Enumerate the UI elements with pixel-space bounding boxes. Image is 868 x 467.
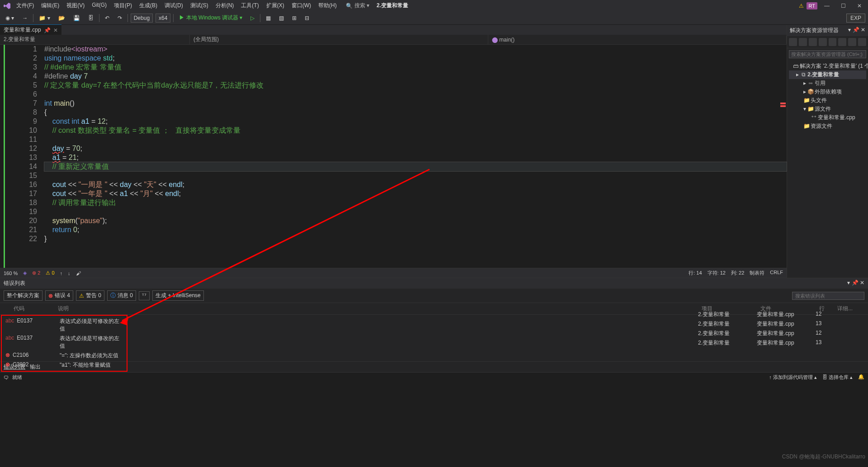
warnings-filter[interactable]: ⚠警告 0	[76, 290, 104, 301]
error-count[interactable]: ⊗ 2	[32, 270, 40, 276]
hdr-node[interactable]: 📁头文件	[789, 96, 866, 105]
menu-item[interactable]: 工具(T)	[237, 0, 262, 11]
file-tabs: 变量和常量.cpp 📌 ✕	[0, 25, 787, 35]
menu-item[interactable]: 分析(N)	[212, 0, 238, 11]
tool-2[interactable]: ▧	[276, 14, 287, 22]
tb-3[interactable]	[809, 38, 817, 46]
tab-label: 变量和常量.cpp	[4, 26, 41, 34]
user-badge[interactable]: RT	[807, 2, 817, 9]
src-node[interactable]: ▾ 📁源文件	[789, 105, 866, 113]
open-button[interactable]: 📂	[56, 14, 68, 22]
explorer-search[interactable]	[789, 50, 866, 58]
menu-item[interactable]: Git(G)	[88, 0, 110, 11]
tool-4[interactable]: ⊟	[302, 14, 312, 22]
ext-node[interactable]: ▸ 📦外部依赖项	[789, 88, 866, 96]
errors-filter[interactable]: ⊗错误 4	[45, 290, 73, 301]
error-row[interactable]: abc E0137表达式必须是可修改的左值	[2, 317, 127, 334]
src-control[interactable]: ↑ 添加到源代码管理 ▴	[769, 374, 817, 381]
messages-filter[interactable]: ⓘ消息 0	[107, 290, 136, 301]
source-combo[interactable]: 生成 + IntelliSense	[152, 290, 204, 301]
brush-icon[interactable]: 🖌	[76, 271, 81, 276]
file-tab[interactable]: 变量和常量.cpp 📌 ✕	[0, 24, 61, 35]
zoom-level[interactable]: 160 %	[4, 271, 18, 276]
panel-title: 解决方案资源管理器	[790, 27, 839, 34]
clear-filter[interactable]: ᵀ⁷	[139, 291, 150, 300]
refs-node[interactable]: ▸ ▫▫引用	[789, 79, 866, 88]
config-combo[interactable]: Debug	[131, 14, 153, 23]
project-node[interactable]: ▸ ⧉2.变量和常量	[789, 70, 866, 79]
error-row[interactable]: abc E0137表达式必须是可修改的左值	[2, 334, 127, 351]
error-row[interactable]: ⊗ C2106"=": 左操作数必须为左值	[2, 351, 127, 360]
scope-combo[interactable]: 整个解决方案	[4, 290, 42, 301]
cursor-col: 列: 22	[731, 270, 744, 276]
error-row[interactable]: ⊗ C3892"a1": 不能给常量赋值	[2, 360, 127, 370]
menu-item[interactable]: 视图(V)	[63, 0, 88, 11]
warning-icon[interactable]: ⚠	[799, 3, 804, 9]
new-button[interactable]: 📁 ▾	[36, 14, 52, 22]
close-button[interactable]: ✕	[853, 3, 866, 9]
nav-func[interactable]: ⬤ main()	[488, 36, 787, 44]
tb-4[interactable]	[819, 38, 827, 46]
status-ready: 就绪	[12, 374, 22, 381]
nav-project[interactable]: 2.变量和常量	[0, 35, 190, 44]
exp-badge[interactable]: EXP	[846, 14, 865, 23]
menu-item[interactable]: 项目(P)	[110, 0, 136, 11]
start-nodebug-button[interactable]: ▷	[248, 14, 257, 22]
tool-1[interactable]: ▦	[263, 14, 274, 22]
tb-8[interactable]	[858, 38, 866, 46]
solution-tree: 🗃解决方案 '2.变量和常量' (1 个项目 ▸ ⧉2.变量和常量 ▸ ▫▫引用…	[787, 60, 868, 132]
window-title: 2.变量和常量	[377, 2, 408, 9]
solution-explorer: 解决方案资源管理器▾ 📌 ✕ 🗃解决方案 '2.变量和常量' (1 个项目 ▸ …	[787, 25, 868, 278]
explorer-toolbar	[787, 36, 868, 48]
indent-mode[interactable]: 制表符	[750, 270, 764, 276]
search-box[interactable]: 🔍 搜索 ▾	[346, 2, 369, 9]
errlist-search[interactable]	[792, 292, 864, 300]
redo-button[interactable]: ↷	[115, 14, 125, 22]
tb-7[interactable]	[848, 38, 856, 46]
close-tab-icon[interactable]: ✕	[53, 27, 58, 33]
search-placeholder: 搜索 ▾	[354, 2, 369, 9]
save-all-button[interactable]: 🗄	[85, 14, 96, 22]
res-node[interactable]: 📁资源文件	[789, 122, 866, 131]
menu-item[interactable]: 窗口(W)	[288, 0, 315, 11]
tb-5[interactable]	[829, 38, 837, 46]
panel-controls[interactable]: ▾ 📌 ✕	[847, 280, 864, 287]
tool-3[interactable]: ⊞	[289, 14, 299, 22]
pin-icon[interactable]: 📌	[44, 27, 51, 33]
notif-icon[interactable]: 🔔	[858, 374, 864, 381]
status-icon: 🗨	[4, 375, 9, 380]
menu-item[interactable]: 扩展(X)	[263, 0, 288, 11]
minimize-button[interactable]: —	[820, 3, 834, 9]
menu-item[interactable]: 生成(B)	[136, 0, 161, 11]
tb-6[interactable]	[838, 38, 846, 46]
menu-item[interactable]: 编辑(E)	[38, 0, 63, 11]
nav-back-button[interactable]: ◉ ▾	[3, 14, 17, 22]
tb-1[interactable]	[789, 38, 797, 46]
save-button[interactable]: 💾	[71, 14, 83, 22]
nav-scope[interactable]: (全局范围)	[190, 35, 488, 44]
menu-item[interactable]: 调试(D)	[161, 0, 187, 11]
nav-fwd-button[interactable]: →	[19, 14, 30, 22]
undo-button[interactable]: ↶	[102, 14, 112, 22]
platform-combo[interactable]: x64	[156, 14, 170, 23]
nav-down[interactable]: ↓	[68, 271, 71, 276]
nav-up[interactable]: ↑	[60, 271, 63, 276]
start-debug-button[interactable]: ▶ 本地 Windows 调试器 ▾	[176, 13, 245, 23]
repo-select[interactable]: 🗄 选择仓库 ▴	[822, 374, 853, 381]
menu-item[interactable]: 测试(S)	[187, 0, 212, 11]
warn-count[interactable]: ⚠ 0	[46, 270, 54, 276]
maximize-button[interactable]: ☐	[836, 3, 850, 9]
titlebar: 文件(F)编辑(E)视图(V)Git(G)项目(P)生成(B)调试(D)测试(S…	[0, 0, 868, 11]
src-file-node[interactable]: ⁺⁺变量和常量.cpp	[789, 113, 866, 122]
menu-item[interactable]: 帮助(H)	[315, 0, 340, 11]
solution-node[interactable]: 🗃解决方案 '2.变量和常量' (1 个项目	[789, 62, 866, 70]
code-lines[interactable]: #include<iostream>using namespace std;//…	[44, 45, 787, 268]
output-tabs: 错误列表 输出	[0, 361, 868, 372]
line-ending[interactable]: CRLF	[770, 270, 783, 276]
code-editor[interactable]: 12345678910111213141516171819202122 #inc…	[0, 45, 787, 268]
menu-item[interactable]: 文件(F)	[13, 0, 38, 11]
diag-icon[interactable]: ◈	[23, 270, 27, 276]
search-icon: 🔍	[346, 3, 353, 9]
tb-2[interactable]	[799, 38, 807, 46]
panel-controls[interactable]: ▾ 📌 ✕	[848, 27, 865, 34]
